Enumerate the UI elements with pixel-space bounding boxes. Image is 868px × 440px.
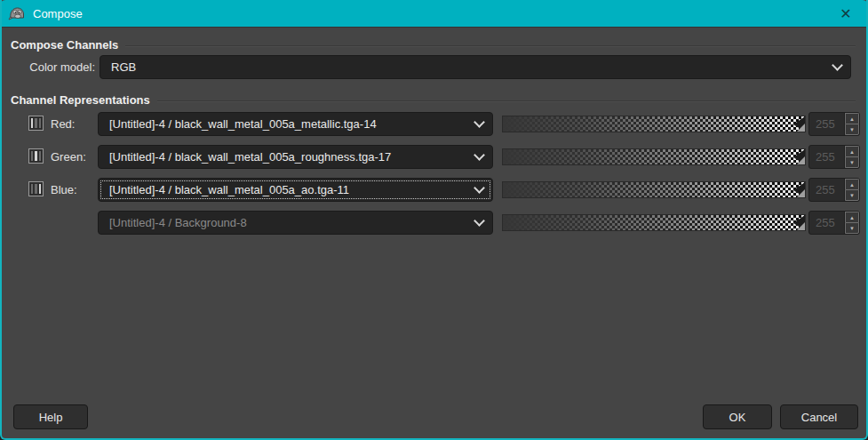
green-source-value: [Untitled]-4 / black_wall_metal_005a_rou… <box>109 150 468 164</box>
green-value-slider[interactable] <box>502 148 806 165</box>
color-model-label: Color model: <box>11 60 95 74</box>
unused-source-dropdown[interactable]: [Untitled]-4 / Background-8 <box>98 211 493 235</box>
chevron-down-icon <box>832 60 843 71</box>
unused-value: 255 <box>809 212 844 234</box>
spin-up-icon[interactable]: ▲ <box>845 113 859 124</box>
color-model-dropdown[interactable]: RGB <box>100 55 851 79</box>
blue-value-spinner[interactable]: 255 ▲ ▼ <box>808 178 860 202</box>
titlebar[interactable]: Compose ✕ <box>0 0 868 27</box>
red-channel-label: Red: <box>51 117 75 131</box>
blue-channel-label: Blue: <box>51 183 77 196</box>
chevron-down-icon <box>474 116 485 128</box>
blue-source-value: [Untitled]-4 / black_wall_metal_005a_ao.… <box>109 183 468 196</box>
cancel-button[interactable]: Cancel <box>780 404 858 429</box>
spin-down-icon[interactable]: ▼ <box>845 156 859 168</box>
green-value-spinner[interactable]: 255 ▲ ▼ <box>808 145 860 169</box>
help-button[interactable]: Help <box>13 404 88 429</box>
red-source-value: [Untitled]-4 / black_wall_metal_005a_met… <box>109 117 468 131</box>
blue-source-dropdown[interactable]: [Untitled]-4 / black_wall_metal_005a_ao.… <box>98 178 493 202</box>
blue-value: 255 <box>809 179 844 201</box>
red-value-spinner[interactable]: 255 ▲ ▼ <box>808 112 860 136</box>
green-source-dropdown[interactable]: [Untitled]-4 / black_wall_metal_005a_rou… <box>98 145 493 169</box>
chevron-down-icon <box>474 215 485 227</box>
spin-up-icon[interactable]: ▲ <box>845 212 859 222</box>
blue-value-slider[interactable] <box>502 181 806 198</box>
red-value: 255 <box>809 113 844 135</box>
window-title: Compose <box>33 7 83 20</box>
color-model-value: RGB <box>111 60 826 74</box>
compose-channels-heading-label: Compose Channels <box>11 38 118 52</box>
ok-button[interactable]: OK <box>703 404 772 429</box>
chevron-down-icon <box>474 182 485 194</box>
gimp-wilber-icon <box>8 6 26 20</box>
spin-up-icon[interactable]: ▲ <box>845 146 859 156</box>
spin-down-icon[interactable]: ▼ <box>845 189 859 201</box>
green-channel-icon <box>28 148 44 164</box>
spin-up-icon[interactable]: ▲ <box>845 179 859 189</box>
red-value-slider[interactable] <box>502 116 806 132</box>
spin-down-icon[interactable]: ▼ <box>845 124 859 135</box>
heading-divider <box>125 45 856 47</box>
unused-source-value: [Untitled]-4 / Background-8 <box>109 216 468 229</box>
red-channel-icon <box>28 116 44 131</box>
channel-representations-heading: Channel Representations <box>11 93 856 107</box>
unused-value-spinner[interactable]: 255 ▲ ▼ <box>808 211 860 235</box>
channel-representations-heading-label: Channel Representations <box>11 93 150 107</box>
chevron-down-icon <box>474 149 485 161</box>
compose-channels-heading: Compose Channels <box>11 38 856 52</box>
green-channel-label: Green: <box>51 150 86 164</box>
close-icon[interactable]: ✕ <box>831 0 861 27</box>
blue-channel-icon <box>28 181 44 196</box>
heading-divider <box>157 100 856 102</box>
unused-value-slider[interactable] <box>502 214 806 231</box>
spin-down-icon[interactable]: ▼ <box>845 222 859 234</box>
compose-dialog: Compose ✕ Compose Channels Color model: … <box>0 0 868 440</box>
red-source-dropdown[interactable]: [Untitled]-4 / black_wall_metal_005a_met… <box>98 112 493 136</box>
green-value: 255 <box>809 146 844 168</box>
